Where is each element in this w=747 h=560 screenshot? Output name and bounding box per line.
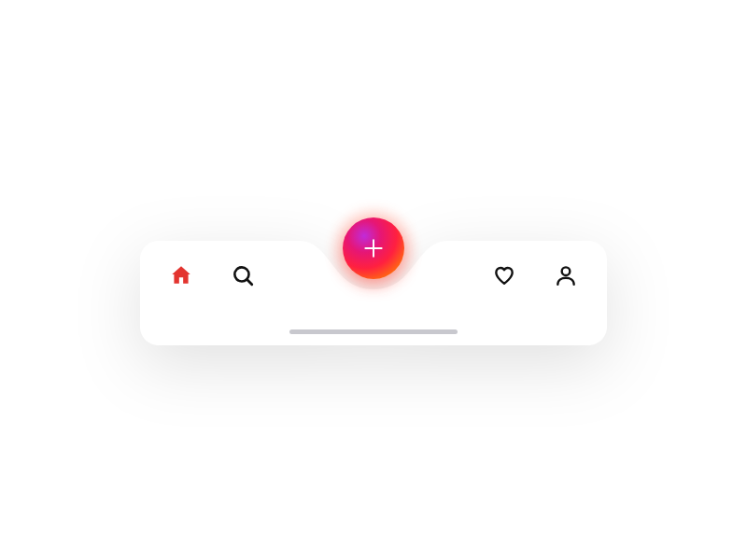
fab-container xyxy=(327,202,420,295)
nav-home[interactable] xyxy=(168,262,194,288)
search-icon xyxy=(231,263,255,287)
bottom-nav-preview xyxy=(140,196,607,364)
svg-point-2 xyxy=(562,267,571,275)
add-button[interactable] xyxy=(343,217,404,279)
nav-profile[interactable] xyxy=(553,262,579,288)
home-icon xyxy=(169,263,193,287)
profile-icon xyxy=(554,263,578,287)
nav-search[interactable] xyxy=(230,262,256,288)
heart-icon xyxy=(492,263,516,287)
home-indicator xyxy=(289,329,458,334)
plus-icon xyxy=(361,236,386,260)
svg-line-1 xyxy=(247,280,252,285)
nav-likes[interactable] xyxy=(491,262,517,288)
